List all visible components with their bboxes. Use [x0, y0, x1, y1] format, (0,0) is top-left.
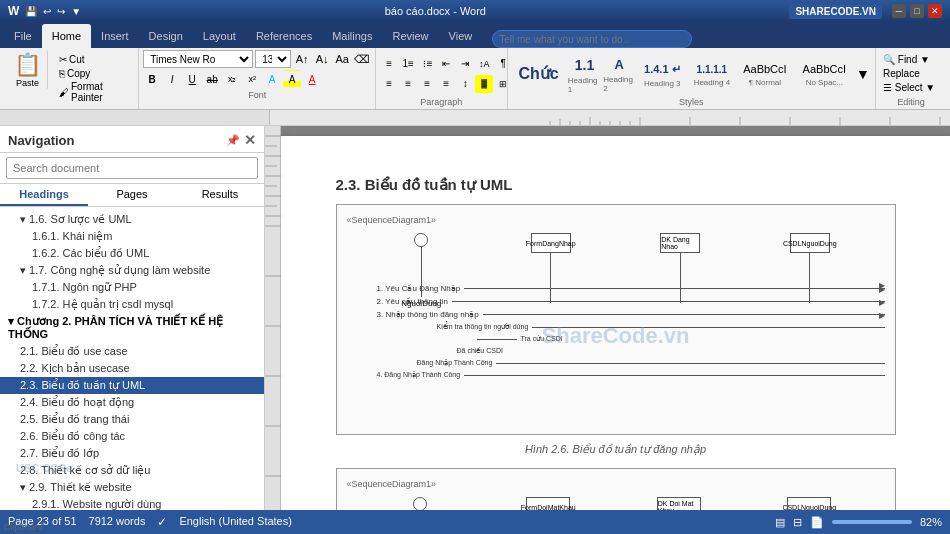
- clear-format-btn[interactable]: ⌫: [353, 50, 371, 68]
- highlight-btn[interactable]: A: [283, 70, 301, 88]
- font-grow-btn[interactable]: A↑: [293, 50, 311, 68]
- bold-btn[interactable]: B: [143, 70, 161, 88]
- nav-pin-btn[interactable]: 📌: [226, 134, 240, 147]
- diagram-2-title: «SequenceDiagram1»: [347, 479, 885, 489]
- ribbon-search[interactable]: [492, 30, 692, 48]
- styles-scroll-down[interactable]: ▼: [855, 65, 871, 83]
- quick-save[interactable]: 💾: [25, 6, 37, 17]
- superscript-btn[interactable]: x²: [243, 70, 261, 88]
- tab-insert[interactable]: Insert: [91, 24, 139, 48]
- style-141[interactable]: 1.4.1 ↵: [637, 60, 688, 79]
- font-size-select[interactable]: 13: [255, 50, 291, 68]
- nav-item-28[interactable]: 2.8. Thiết kế cơ sở dữ liệu: [0, 462, 264, 479]
- window-controls: SHARECODE.VN ─ □ ✕: [789, 4, 942, 19]
- view-read-icon[interactable]: 📄: [810, 516, 824, 529]
- align-left-btn[interactable]: ≡: [380, 75, 398, 93]
- paste-btn[interactable]: 📋 Paste: [8, 50, 48, 90]
- change-case-btn[interactable]: Aa: [333, 50, 351, 68]
- tab-review[interactable]: Review: [383, 24, 439, 48]
- text-effect-btn[interactable]: A: [263, 70, 281, 88]
- nav-item-171[interactable]: 1.7.1. Ngôn ngữ PHP: [0, 279, 264, 296]
- sort-btn[interactable]: ↕A: [475, 55, 493, 73]
- tab-mailings[interactable]: Mailings: [322, 24, 382, 48]
- style-1111[interactable]: 1.1.1.1: [690, 61, 735, 78]
- style-a[interactable]: A: [607, 54, 630, 75]
- tab-results[interactable]: Results: [176, 184, 264, 206]
- style-chuc[interactable]: Chức: [512, 61, 566, 86]
- tab-headings[interactable]: Headings: [0, 184, 88, 206]
- tab-design[interactable]: Design: [139, 24, 193, 48]
- format-painter-btn[interactable]: 🖌Format Painter: [56, 80, 130, 104]
- zoom-slider[interactable]: [832, 520, 912, 524]
- numbering-btn[interactable]: 1≡: [399, 55, 417, 73]
- align-right-btn[interactable]: ≡: [418, 75, 436, 93]
- underline-btn[interactable]: U: [183, 70, 201, 88]
- shading-btn[interactable]: ▓: [475, 75, 493, 93]
- navigation-title: Navigation: [8, 133, 74, 148]
- font-color-btn[interactable]: A: [303, 70, 321, 88]
- bullets-btn[interactable]: ≡: [380, 55, 398, 73]
- nav-item-22[interactable]: 2.2. Kịch bản usecase: [0, 360, 264, 377]
- find-btn[interactable]: 🔍 Find ▼: [880, 53, 942, 66]
- nav-item-25[interactable]: 2.5. Biểu đồ trang thái: [0, 411, 264, 428]
- nav-item-291[interactable]: 2.9.1. Website người dùng: [0, 496, 264, 510]
- ribbon-content: 📋 Paste ✂Cut ⎘Copy 🖌Format Painter Clipb…: [0, 48, 950, 110]
- maximize-btn[interactable]: □: [910, 4, 924, 18]
- multilevel-btn[interactable]: ⫶≡: [418, 55, 436, 73]
- tab-home[interactable]: Home: [42, 24, 91, 48]
- nav-item-162[interactable]: 1.6.2. Các biểu đồ UML: [0, 245, 264, 262]
- tab-view[interactable]: View: [439, 24, 483, 48]
- strikethrough-btn[interactable]: ab: [203, 70, 221, 88]
- nav-item-21[interactable]: 2.1. Biểu đồ use case: [0, 343, 264, 360]
- tab-file[interactable]: File: [4, 24, 42, 48]
- font-family-select[interactable]: Times New Ro: [143, 50, 253, 68]
- section-heading[interactable]: 2.3. Biểu đồ tuần tự UML: [336, 176, 896, 194]
- zoom-level: 82%: [920, 516, 942, 528]
- nav-close-btn[interactable]: ✕: [244, 132, 256, 148]
- select-btn[interactable]: ☰ Select ▼: [880, 81, 942, 94]
- style-no-spacing[interactable]: AaBbCcI: [796, 60, 853, 78]
- actor2-csdlnguoidung: CSDLNguoiDung: [787, 497, 831, 510]
- copy-btn[interactable]: ⎘Copy: [56, 67, 130, 80]
- nav-item-26[interactable]: 2.6. Biểu đồ công tác: [0, 428, 264, 445]
- cut-btn[interactable]: ✂Cut: [56, 53, 130, 66]
- nav-item-29[interactable]: ▾ 2.9. Thiết kế website: [0, 479, 264, 496]
- nav-item-161[interactable]: 1.6.1. Khái niệm: [0, 228, 264, 245]
- align-justify-btn[interactable]: ≡: [437, 75, 455, 93]
- editing-group: 🔍 Find ▼ Replace ☰ Select ▼ Editing: [876, 48, 946, 109]
- subscript-btn[interactable]: x₂: [223, 70, 241, 88]
- paragraph-label: Paragraph: [380, 97, 502, 107]
- tab-layout[interactable]: Layout: [193, 24, 246, 48]
- view-web-icon[interactable]: ⊟: [793, 516, 802, 529]
- style-normal[interactable]: AaBbCcI: [736, 60, 793, 78]
- tab-pages[interactable]: Pages: [88, 184, 176, 206]
- undo-btn[interactable]: ↩: [43, 6, 51, 17]
- nav-item-chapter2[interactable]: ▾ Chương 2. PHÂN TÍCH VÀ THIẾT KẾ HỆ THỐ…: [0, 313, 264, 343]
- view-normal-icon[interactable]: ▤: [775, 516, 785, 529]
- nav-item-24[interactable]: 2.4. Biểu đồ hoạt động: [0, 394, 264, 411]
- font-shrink-btn[interactable]: A↓: [313, 50, 331, 68]
- line-spacing-btn[interactable]: ↕: [456, 75, 474, 93]
- customize-btn[interactable]: ▼: [71, 6, 81, 17]
- style-heading1[interactable]: 1.1: [568, 54, 601, 76]
- tab-references[interactable]: References: [246, 24, 322, 48]
- search-input[interactable]: [6, 157, 258, 179]
- close-btn[interactable]: ✕: [928, 4, 942, 18]
- italic-btn[interactable]: I: [163, 70, 181, 88]
- nav-item-17[interactable]: ▾ 1.7. Công nghệ sử dụng làm website: [0, 262, 264, 279]
- decrease-indent-btn[interactable]: ⇤: [437, 55, 455, 73]
- document-area[interactable]: ShareCode.vn 2.3. Biểu đồ tuần tự UML «S…: [265, 126, 950, 510]
- redo-btn[interactable]: ↪: [57, 6, 65, 17]
- navigation-header: Navigation 📌 ✕: [0, 126, 264, 153]
- align-center-btn[interactable]: ≡: [399, 75, 417, 93]
- font-row-2: B I U ab x₂ x² A A A: [143, 70, 371, 88]
- increase-indent-btn[interactable]: ⇥: [456, 55, 474, 73]
- nav-item-172[interactable]: 1.7.2. Hệ quản trị csdl mysql: [0, 296, 264, 313]
- editing-content: 🔍 Find ▼ Replace ☰ Select ▼: [880, 50, 942, 97]
- nav-item-23[interactable]: 2.3. Biểu đồ tuần tự UML: [0, 377, 264, 394]
- nav-item-16[interactable]: ▾ 1.6. Sơ lược về UML: [0, 211, 264, 228]
- document-page[interactable]: ShareCode.vn 2.3. Biểu đồ tuần tự UML «S…: [276, 136, 951, 510]
- nav-item-27[interactable]: 2.7. Biểu đồ lớp: [0, 445, 264, 462]
- minimize-btn[interactable]: ─: [892, 4, 906, 18]
- replace-btn[interactable]: Replace: [880, 67, 942, 80]
